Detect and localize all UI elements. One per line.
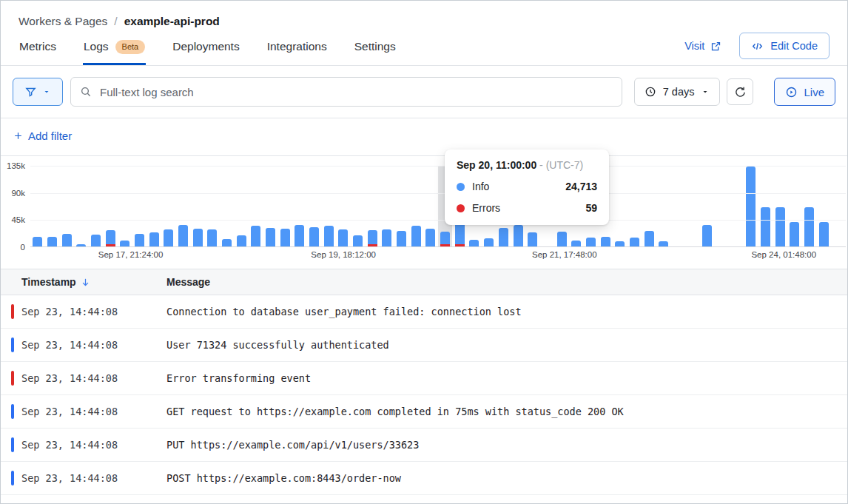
chart-bar[interactable]	[45, 166, 60, 246]
beta-badge: Beta	[115, 40, 146, 54]
filter-toolbar: 7 days Live	[1, 66, 847, 118]
time-range-dropdown[interactable]: 7 days	[634, 78, 721, 106]
bar-error-segment	[440, 244, 450, 246]
log-timestamp: Sep 23, 14:44:08	[1, 372, 166, 384]
tooltip-series-row: Info 24,713	[457, 181, 597, 192]
chart-bar[interactable]	[220, 166, 235, 246]
breadcrumb-section[interactable]: Workers & Pages	[18, 15, 107, 28]
funnel-icon	[24, 86, 37, 98]
chart-bar[interactable]	[336, 166, 351, 246]
tab-settings[interactable]: Settings	[354, 30, 397, 65]
chart-bar[interactable]	[408, 166, 423, 246]
workers-logs-page: Workers & Pages / example-api-prod Metri…	[0, 0, 848, 504]
tab-logs[interactable]: Logs Beta	[83, 30, 146, 65]
tab-label: Metrics	[19, 40, 56, 53]
live-label: Live	[804, 86, 824, 98]
chart-bar[interactable]	[249, 166, 263, 246]
log-row[interactable]: Sep 23, 14:44:08 Connection to database …	[1, 295, 847, 329]
log-search-input[interactable]	[98, 85, 613, 99]
tab-deployments[interactable]: Deployments	[172, 30, 240, 65]
chart-bar[interactable]	[613, 166, 627, 246]
chart-bar[interactable]	[205, 166, 220, 246]
tab-integrations[interactable]: Integrations	[266, 30, 328, 65]
time-range-value: 7 days	[663, 86, 695, 98]
chart-bar[interactable]	[671, 166, 686, 246]
column-label: Message	[166, 276, 210, 288]
x-tick-label: Sep 21, 17:48:00	[532, 250, 597, 259]
chart-bar[interactable]	[627, 166, 642, 246]
chart-bar[interactable]	[118, 166, 132, 246]
chart-bar[interactable]	[758, 166, 773, 246]
chart-bar[interactable]	[394, 166, 409, 246]
chart-bar[interactable]	[321, 166, 336, 246]
chart-bar[interactable]	[292, 166, 307, 246]
chart-bar[interactable]	[307, 166, 322, 246]
log-row[interactable]: Sep 23, 14:44:08 Error transforming even…	[1, 362, 847, 395]
chart-bar[interactable]	[234, 166, 249, 246]
log-row[interactable]: Sep 23, 14:44:08 User 71324 successfully…	[1, 329, 847, 362]
x-tick-label: Sep 19, 18:12:00	[311, 250, 376, 259]
gridline	[30, 166, 846, 167]
chart-bar[interactable]	[132, 166, 147, 246]
chart-bar[interactable]	[802, 166, 817, 246]
breadcrumb-separator: /	[114, 15, 117, 28]
chart-bar[interactable]	[59, 166, 74, 246]
chart-bar[interactable]	[773, 166, 787, 246]
chart-bar[interactable]	[700, 166, 715, 246]
chart-bar[interactable]	[365, 166, 380, 246]
log-timestamp: Sep 23, 14:44:08	[1, 406, 166, 417]
chart-bar[interactable]	[380, 166, 394, 246]
chart-bar[interactable]	[351, 166, 366, 246]
chevron-down-icon	[42, 87, 51, 96]
log-table-header: Timestamp Message	[1, 269, 847, 295]
edit-code-button[interactable]: Edit Code	[739, 33, 830, 59]
x-tick-label: Sep 17, 21:24:00	[98, 250, 164, 259]
tab-metrics[interactable]: Metrics	[18, 30, 57, 65]
chart-bar[interactable]	[787, 166, 802, 246]
chevron-down-icon	[701, 87, 710, 96]
chart-bar[interactable]	[277, 166, 292, 246]
tooltip-series-dot	[457, 183, 465, 191]
chart-bar[interactable]	[831, 166, 846, 246]
search-box	[70, 77, 622, 107]
tooltip-series-row: Errors 59	[457, 202, 597, 214]
chart-bar[interactable]	[161, 166, 176, 246]
chart-bar[interactable]	[744, 166, 758, 246]
page-header: Workers & Pages / example-api-prod	[1, 1, 847, 28]
add-filter-button[interactable]: Add filter	[13, 130, 72, 142]
chart-bar[interactable]	[423, 166, 438, 246]
column-header-timestamp[interactable]: Timestamp	[1, 276, 166, 288]
chart-bar[interactable]	[729, 166, 744, 246]
visit-link[interactable]: Visit	[684, 40, 721, 52]
chart-bar[interactable]	[74, 166, 89, 246]
clock-icon	[645, 86, 656, 98]
sort-desc-icon[interactable]	[80, 277, 91, 288]
chart-bar[interactable]	[147, 166, 161, 246]
bar-error-segment	[455, 244, 465, 246]
refresh-button[interactable]	[727, 78, 753, 105]
log-row[interactable]: Sep 23, 14:44:08 GET request to https://…	[1, 395, 847, 429]
chart-bar[interactable]	[715, 166, 730, 246]
chart-bar[interactable]	[103, 166, 118, 246]
y-tick-label: 45k	[1, 215, 25, 224]
chart-bar[interactable]	[89, 166, 104, 246]
chart-bar[interactable]	[176, 166, 191, 246]
x-tick-label: Sep 24, 01:48:00	[751, 250, 816, 259]
column-header-message[interactable]: Message	[166, 276, 847, 288]
chart-bar[interactable]	[642, 166, 656, 246]
chart-bar[interactable]	[656, 166, 671, 246]
log-timestamp: Sep 23, 14:44:08	[1, 339, 166, 351]
live-button[interactable]: Live	[774, 78, 835, 106]
chart-bar[interactable]	[190, 166, 205, 246]
chart-bar[interactable]	[685, 166, 700, 246]
column-label: Timestamp	[21, 276, 76, 288]
filter-menu-button[interactable]	[13, 78, 63, 106]
chart-bar[interactable]	[30, 166, 45, 246]
log-row[interactable]: Sep 23, 14:44:08 PUT https://example.com…	[1, 429, 847, 462]
severity-indicator	[11, 337, 14, 352]
chart-bar[interactable]	[816, 166, 831, 246]
log-message: Connection to database user_payment fail…	[166, 306, 847, 317]
plus-icon	[13, 131, 23, 141]
chart-bar[interactable]	[263, 166, 278, 246]
log-row[interactable]: Sep 23, 14:44:08 POST https://example.co…	[1, 462, 847, 495]
